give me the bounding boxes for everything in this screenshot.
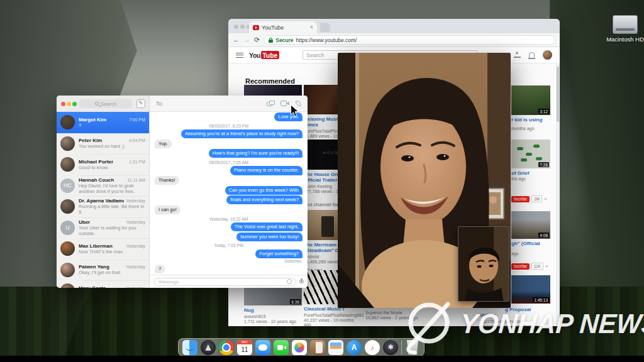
incoming-bubble: I can go! [155, 206, 180, 214]
launchpad-icon[interactable] [201, 340, 216, 355]
desktop-icon-macintosh-hd[interactable]: Macintosh HD [597, 15, 644, 43]
video-title[interactable]: gh" (Official [511, 241, 550, 246]
conversation-preview: You worked so hard ;) [79, 143, 145, 149]
reload-button[interactable]: ⟳ [254, 36, 260, 43]
calendar-icon[interactable]: MAY11 [237, 340, 252, 355]
account-avatar[interactable] [543, 50, 552, 60]
video-thumbnail[interactable]: 3:12 [511, 85, 550, 115]
calendar-month: MAY [237, 340, 252, 344]
video-title[interactable]: Nug [244, 307, 302, 313]
conversation-preview: Running a little late. Be there in 5. [79, 204, 145, 215]
microphone-icon[interactable] [299, 278, 303, 285]
messages-icon[interactable] [255, 340, 270, 355]
video-card-kid[interactable]: 3:12 r kid is using months ago [511, 85, 550, 131]
screen-share-icon[interactable] [267, 101, 275, 107]
secure-label: Secure [275, 37, 293, 43]
notifications-icon[interactable] [529, 52, 535, 58]
finder-icon[interactable] [182, 340, 197, 355]
video-card-top100[interactable]: g Proposal Videos Top100EverythingBish 3… [480, 305, 554, 326]
video-call-icon[interactable] [280, 101, 289, 106]
subscribe-button[interactable]: bscribe [511, 263, 530, 270]
tab-title: YouTube [262, 25, 308, 31]
video-card-superior[interactable]: Superior the Movie 19,862 views - 2 year… [365, 309, 428, 320]
contacts-icon[interactable] [310, 340, 325, 355]
browser-toolbar: ← → ⟳ Secure https://www.youtube.com/ [228, 33, 560, 47]
conversation-row[interactable]: UUberYesterdayYour Uber is waiting for y… [57, 217, 149, 239]
conversation-preview: Okay, I'll get on that. [79, 270, 145, 275]
system-preferences-glyph: ✱ [387, 343, 393, 351]
avatar [60, 241, 75, 256]
tab-close-icon[interactable]: × [310, 25, 313, 30]
window-zoom-button[interactable] [72, 102, 77, 106]
new-tab-button[interactable] [320, 23, 330, 32]
video-meta: 30,113,113 views - 10 months ago [480, 324, 554, 326]
video-channel[interactable]: Superior the Movie [365, 310, 428, 315]
preview-icon[interactable] [328, 340, 343, 355]
compose-button[interactable] [136, 99, 145, 108]
conversation-row[interactable]: Mary CostaYesterdayThat's hilarious. [57, 280, 149, 288]
dock-divider [401, 341, 402, 354]
conversation-time: Yesterday [126, 199, 145, 203]
trash-icon[interactable] [405, 340, 420, 355]
forward-button[interactable]: → [243, 36, 250, 43]
system-preferences-icon[interactable]: ✱ [383, 340, 398, 355]
search-input[interactable]: Search [79, 99, 132, 108]
conversation-preview: Now THAT's the max. [79, 249, 145, 255]
video-title[interactable]: of Grief [511, 170, 550, 176]
window-minimize-button[interactable] [240, 25, 245, 29]
app-store-icon[interactable]: A [347, 340, 362, 355]
messages-window: Search Margot Kim7:00 PM?Peter Kim4:04 P… [57, 96, 308, 288]
sidebar-header: Search [57, 96, 149, 112]
video-card-proposal[interactable]: 1:45:13 [511, 275, 550, 304]
youtube-logo[interactable]: YouTube [249, 51, 279, 59]
emoji-icon[interactable] [287, 279, 292, 284]
back-button[interactable]: ← [233, 36, 240, 43]
window-close-button[interactable] [234, 25, 238, 29]
photos-icon[interactable] [292, 340, 307, 355]
subscribe-button[interactable]: bscribe [511, 196, 530, 202]
window-close-button[interactable] [61, 102, 65, 106]
conversation-row[interactable]: Dr. Aparna VadlamaniYesterdayRunning a l… [57, 196, 149, 217]
conversation-row[interactable]: Paiwen YangYesterdayOkay, I'll get on th… [57, 260, 149, 281]
duration-badge: 1:45:13 [533, 297, 549, 302]
browser-tab-youtube[interactable]: YouTube × [249, 21, 317, 33]
video-card-official[interactable]: 4:08 gh" (Official ago [511, 211, 550, 256]
conversation-row[interactable]: Michael Porter1:31 PMGood to know. [57, 154, 149, 175]
video-card-grief[interactable]: 7:28 of Grief ths ago [511, 140, 550, 181]
video-thumbnail[interactable]: 4:08 [511, 211, 550, 239]
itunes-icon[interactable]: ♪ [365, 340, 380, 355]
conversation-name: Uber [79, 219, 90, 225]
video-thumbnail[interactable]: 7:28 [511, 140, 550, 168]
conversation-row[interactable]: Peter Kim4:04 PMYou worked so hard ;) [57, 133, 149, 155]
subscriber-count: 11K [531, 263, 543, 270]
chat-message-row: Thanks! [155, 176, 303, 185]
upload-icon[interactable] [514, 52, 521, 58]
facetime-icon[interactable] [274, 340, 289, 355]
close-icon[interactable]: × [545, 263, 548, 269]
chat-message-row: finals and everything next week? [155, 195, 303, 204]
conversation-row[interactable]: Max LibermanYesterdayNow THAT's the max. [57, 238, 149, 260]
video-channel[interactable]: Top100EverythingBish [480, 319, 554, 324]
address-bar[interactable]: Secure https://www.youtube.com/ [264, 35, 555, 45]
chat-pane: To: Love you.05/03/2017, 8:23 PMAssuming… [150, 96, 308, 288]
input-placeholder: iMessage [158, 279, 287, 285]
menu-icon[interactable] [236, 53, 243, 58]
conversation-row[interactable]: Margot Kim7:00 PM? [57, 112, 149, 133]
video-title[interactable]: Videos [480, 312, 554, 318]
video-thumbnail[interactable]: 1:45:13 [511, 275, 550, 304]
chat-timestamp: Yesterday, 10:22 AM [155, 216, 303, 222]
scrollbar[interactable] [556, 64, 560, 326]
chrome-icon[interactable] [219, 340, 234, 355]
video-title[interactable]: r kid is using [511, 117, 550, 123]
video-meta: 19,862 views - 2 years ago [365, 315, 428, 320]
conversation-name: Hannah Couch [79, 177, 114, 183]
search-placeholder: Search [101, 101, 116, 107]
conversation-row[interactable]: HCHannah Couch11:11 AMHey David, I'd lov… [57, 175, 149, 197]
padlock-icon [269, 38, 273, 43]
facetime-pip-david[interactable] [458, 226, 509, 302]
window-minimize-button[interactable] [67, 102, 71, 106]
imessage-input[interactable]: iMessage [154, 278, 296, 286]
close-icon[interactable]: × [544, 196, 547, 202]
video-channel[interactable]: aneesh815 [244, 314, 302, 319]
video-channel[interactable]: PurePlusTotalPlusRelaxing581 [304, 313, 362, 317]
